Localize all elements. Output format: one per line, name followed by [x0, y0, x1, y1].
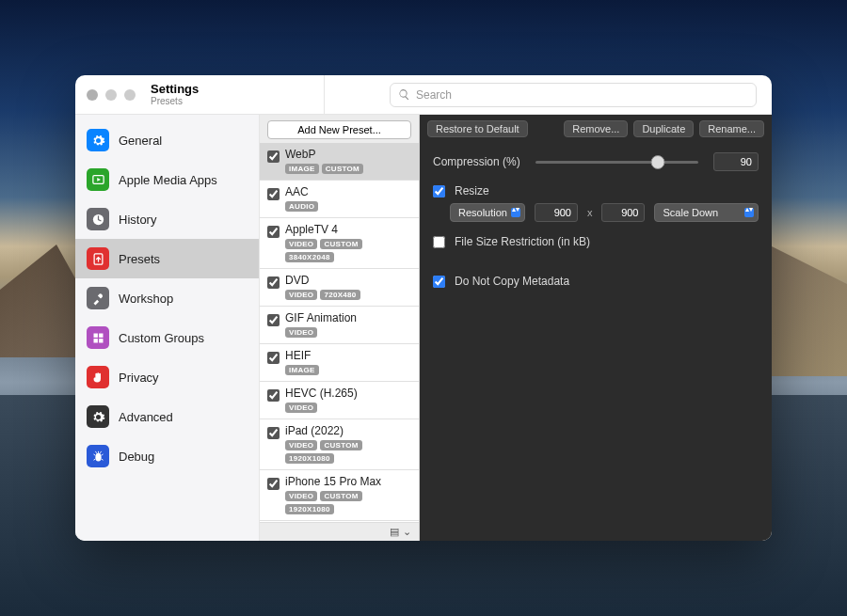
preset-row[interactable]: GIF AnimationVIDEO: [260, 307, 419, 344]
resize-checkbox[interactable]: [433, 185, 445, 197]
sidebar-item-presets[interactable]: Presets: [75, 239, 259, 278]
preset-icon: [91, 252, 105, 266]
window-subtitle: Presets: [151, 96, 312, 106]
compression-value-field[interactable]: [713, 152, 759, 171]
preset-tags: AUDIO: [285, 201, 318, 212]
preset-tag: CUSTOM: [320, 440, 361, 450]
preset-tags: VIDEOCUSTOM1920X1080: [285, 440, 411, 464]
add-preset-button[interactable]: Add New Preset...: [267, 120, 411, 139]
preset-name: AAC: [285, 185, 318, 198]
settings-window: Settings Presets Search General Apple Me…: [75, 75, 772, 541]
metadata-checkbox[interactable]: [433, 276, 445, 288]
sidebar-item-history[interactable]: History: [75, 199, 259, 239]
preset-enable-checkbox[interactable]: [267, 150, 280, 163]
remove-button[interactable]: Remove...: [564, 120, 628, 137]
clock-icon: [91, 213, 105, 227]
preset-enable-checkbox[interactable]: [267, 226, 280, 238]
preset-enable-checkbox[interactable]: [267, 427, 280, 439]
preset-row[interactable]: WebPIMAGECUSTOM: [260, 143, 419, 181]
minimize-window-button[interactable]: [105, 89, 117, 101]
preset-row[interactable]: HEVC (H.265)VIDEO: [260, 382, 419, 419]
preset-tag: VIDEO: [285, 290, 317, 300]
preset-enable-checkbox[interactable]: [267, 276, 280, 289]
window-title: Settings: [151, 83, 312, 96]
close-window-button[interactable]: [87, 89, 98, 101]
preset-tags: IMAGECUSTOM: [285, 164, 363, 174]
preset-tag: AUDIO: [285, 201, 318, 212]
svg-rect-5: [93, 339, 97, 342]
view-mode-icon[interactable]: ▤: [390, 526, 399, 538]
rename-button[interactable]: Rename...: [699, 120, 764, 137]
sidebar-item-debug[interactable]: Debug: [75, 436, 259, 476]
detail-panel: Restore to Default Remove... Duplicate R…: [420, 115, 772, 541]
preset-row[interactable]: iPhone 15 Pro MaxVIDEOCUSTOM1920X1080: [260, 470, 419, 521]
sidebar-item-general[interactable]: General: [75, 120, 259, 160]
preset-tag: IMAGE: [285, 164, 319, 174]
chevron-down-icon[interactable]: ⌄: [403, 526, 411, 538]
sidebar-item-custom-groups[interactable]: Custom Groups: [75, 318, 259, 357]
tools-icon: [91, 292, 105, 306]
sidebar-item-label: Privacy: [119, 371, 159, 385]
sidebar: General Apple Media Apps History Presets…: [75, 115, 260, 541]
hand-icon: [91, 371, 105, 385]
preset-tag: VIDEO: [285, 440, 317, 450]
preset-tag: VIDEO: [285, 491, 317, 501]
dimension-separator: x: [587, 207, 593, 218]
compression-slider[interactable]: [535, 161, 698, 164]
resize-mode-value: Resolution: [458, 207, 507, 218]
preset-row[interactable]: AACAUDIO: [260, 181, 419, 218]
svg-rect-4: [99, 333, 103, 337]
titlebar: Settings Presets Search: [75, 75, 772, 115]
preset-row[interactable]: HEIFIMAGE: [260, 344, 419, 382]
duplicate-button[interactable]: Duplicate: [633, 120, 694, 137]
sidebar-item-advanced[interactable]: Advanced: [75, 397, 259, 436]
grid-icon: [91, 331, 105, 345]
svg-point-7: [95, 452, 101, 461]
preset-tag: 1920X1080: [285, 453, 334, 464]
preset-name: HEVC (H.265): [285, 387, 358, 400]
gear-icon: [91, 410, 105, 424]
play-icon: [91, 173, 105, 187]
sidebar-item-privacy[interactable]: Privacy: [75, 357, 259, 397]
resize-fit-value: Scale Down: [663, 207, 718, 218]
sidebar-item-label: Workshop: [119, 292, 173, 306]
search-input[interactable]: Search: [390, 83, 757, 107]
resize-fit-select[interactable]: Scale Down ▴▾: [654, 203, 759, 222]
resize-label: Resize: [455, 184, 489, 197]
sidebar-item-apple-media[interactable]: Apple Media Apps: [75, 160, 259, 199]
sidebar-item-label: Custom Groups: [119, 331, 204, 345]
compression-label: Compression (%): [433, 155, 520, 168]
preset-footer: ▤ ⌄: [260, 522, 419, 541]
preset-tags: VIDEO: [285, 327, 357, 338]
preset-row[interactable]: iPhone RingtoneAUDIO: [260, 521, 419, 522]
preset-tag: VIDEO: [285, 327, 317, 338]
resize-width-field[interactable]: [535, 203, 578, 222]
restore-default-button[interactable]: Restore to Default: [427, 120, 528, 137]
preset-enable-checkbox[interactable]: [267, 389, 280, 402]
preset-tag: 3840X2048: [285, 252, 334, 262]
sidebar-item-label: Apple Media Apps: [119, 173, 217, 187]
resize-mode-select[interactable]: Resolution ▴▾: [450, 203, 525, 222]
preset-enable-checkbox[interactable]: [267, 352, 280, 364]
preset-name: DVD: [285, 274, 360, 287]
preset-enable-checkbox[interactable]: [267, 188, 280, 200]
sidebar-item-label: Debug: [119, 450, 154, 464]
sidebar-item-workshop[interactable]: Workshop: [75, 278, 259, 318]
preset-enable-checkbox[interactable]: [267, 314, 280, 326]
preset-enable-checkbox[interactable]: [267, 478, 280, 490]
preset-tags: VIDEOCUSTOM3840X2048: [285, 239, 411, 262]
divider: [324, 75, 325, 115]
preset-row[interactable]: AppleTV 4VIDEOCUSTOM3840X2048: [260, 218, 419, 269]
slider-thumb[interactable]: [650, 155, 664, 169]
preset-column: Add New Preset... WebPIMAGECUSTOMAACAUDI…: [260, 115, 420, 541]
svg-rect-3: [93, 333, 97, 337]
sidebar-item-label: Advanced: [119, 410, 173, 424]
preset-name: iPhone 15 Pro Max: [285, 475, 411, 488]
preset-row[interactable]: DVDVIDEO720X480: [260, 269, 419, 307]
preset-row[interactable]: iPad (2022)VIDEOCUSTOM1920X1080: [260, 419, 419, 470]
search-placeholder: Search: [416, 88, 452, 102]
filesize-checkbox[interactable]: [433, 236, 445, 248]
resize-height-field[interactable]: [601, 203, 645, 222]
sidebar-item-label: History: [119, 213, 156, 227]
zoom-window-button[interactable]: [124, 89, 136, 101]
